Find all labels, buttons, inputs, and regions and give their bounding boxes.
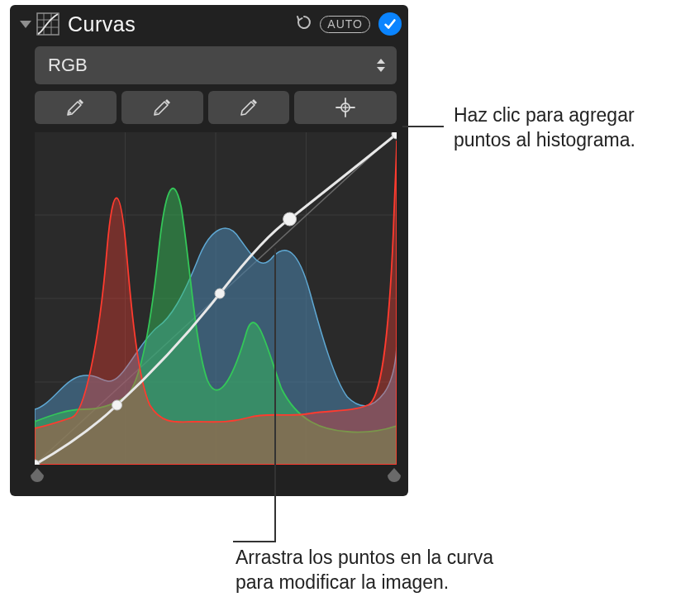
callout-line-add-point — [402, 126, 444, 127]
channel-select[interactable]: RGB — [35, 46, 397, 84]
panel-title: Curvas — [68, 12, 295, 36]
svg-point-12 — [215, 289, 225, 298]
curves-icon — [36, 12, 59, 36]
reset-icon[interactable] — [295, 13, 313, 35]
histogram-layers — [35, 132, 397, 465]
callout-drag-point: Arrastra los puntos en la curva para mod… — [236, 546, 493, 595]
histogram-area — [35, 132, 397, 488]
callout-add-point: Haz clic para agregar puntos al histogra… — [454, 103, 635, 153]
select-stepper-icon — [374, 54, 388, 77]
callout-line-drag-point-v — [274, 248, 276, 542]
auto-button[interactable]: AUTO — [320, 16, 370, 33]
callout-line-drag-point-h — [233, 541, 276, 542]
white-point-eyedropper-button[interactable] — [208, 91, 290, 124]
black-point-eyedropper-button[interactable] — [35, 91, 117, 124]
black-point-slider[interactable] — [30, 468, 45, 486]
channel-select-label: RGB — [48, 55, 374, 76]
range-sliders — [35, 465, 397, 488]
panel-header: Curvas AUTO — [10, 5, 408, 43]
add-point-button[interactable] — [294, 91, 397, 124]
svg-point-11 — [112, 400, 122, 410]
gray-point-eyedropper-button[interactable] — [121, 91, 203, 124]
disclosure-triangle-icon[interactable] — [20, 21, 31, 28]
enable-checkmark-icon[interactable] — [378, 12, 402, 36]
histogram-canvas[interactable] — [35, 132, 397, 465]
channel-row: RGB — [10, 46, 408, 84]
svg-point-13 — [283, 212, 297, 226]
white-point-slider[interactable] — [387, 468, 402, 486]
eyedropper-row — [10, 91, 408, 124]
curves-panel: Curvas AUTO RGB — [10, 5, 408, 496]
